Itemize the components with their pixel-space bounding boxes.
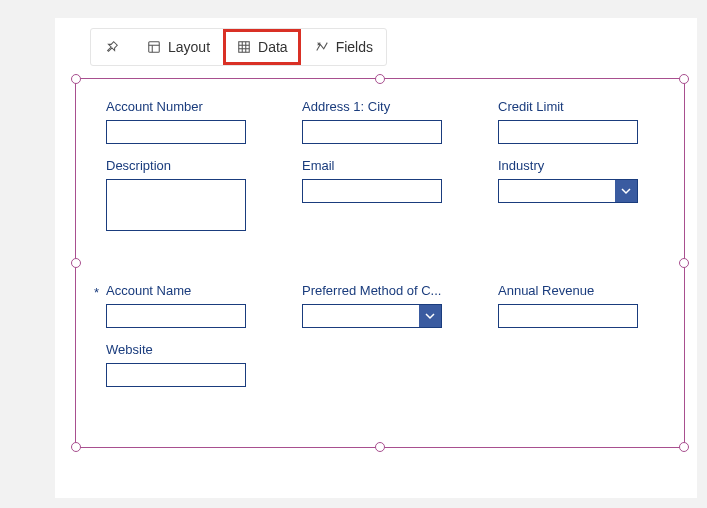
input-description[interactable]: [106, 179, 246, 231]
pin-icon: [104, 39, 120, 55]
fields-tab[interactable]: Fields: [301, 29, 386, 65]
field-account-name[interactable]: * Account Name: [106, 283, 272, 328]
chevron-down-icon: [419, 305, 441, 327]
context-toolbar: Layout Data Fields: [90, 28, 387, 66]
field-description[interactable]: Description: [106, 158, 272, 231]
data-tab[interactable]: Data: [223, 29, 301, 65]
label-annual-revenue: Annual Revenue: [498, 283, 664, 298]
field-annual-revenue[interactable]: Annual Revenue: [498, 283, 664, 328]
field-credit-limit[interactable]: Credit Limit: [498, 99, 664, 144]
grid-icon: [236, 39, 252, 55]
input-annual-revenue[interactable]: [498, 304, 638, 328]
select-industry[interactable]: [498, 179, 638, 203]
label-credit-limit: Credit Limit: [498, 99, 664, 114]
section-gap: [106, 245, 664, 269]
label-website: Website: [106, 342, 272, 357]
input-email[interactable]: [302, 179, 442, 203]
fields-tab-label: Fields: [336, 39, 373, 55]
input-account-name[interactable]: [106, 304, 246, 328]
input-credit-limit[interactable]: [498, 120, 638, 144]
field-email[interactable]: Email: [302, 158, 468, 231]
field-preferred-method[interactable]: Preferred Method of C...: [302, 283, 468, 328]
svg-rect-3: [239, 42, 250, 53]
resize-handle-br[interactable]: [679, 442, 689, 452]
field-industry[interactable]: Industry: [498, 158, 664, 231]
field-website[interactable]: Website: [106, 342, 272, 387]
chevron-down-icon: [615, 180, 637, 202]
pin-button[interactable]: [91, 29, 133, 65]
label-preferred-method: Preferred Method of C...: [302, 283, 468, 298]
label-description: Description: [106, 158, 272, 173]
data-tab-label: Data: [258, 39, 288, 55]
svg-rect-0: [149, 42, 160, 53]
fields-icon: [314, 39, 330, 55]
layout-tab[interactable]: Layout: [133, 29, 223, 65]
resize-handle-bm[interactable]: [375, 442, 385, 452]
required-marker: *: [94, 285, 99, 300]
form-grid: Account Number Address 1: City Credit Li…: [76, 79, 684, 397]
field-account-number[interactable]: Account Number: [106, 99, 272, 144]
label-account-number: Account Number: [106, 99, 272, 114]
layout-tab-label: Layout: [168, 39, 210, 55]
form-selection[interactable]: Account Number Address 1: City Credit Li…: [75, 78, 685, 448]
label-industry: Industry: [498, 158, 664, 173]
input-account-number[interactable]: [106, 120, 246, 144]
input-address-city[interactable]: [302, 120, 442, 144]
resize-handle-bl[interactable]: [71, 442, 81, 452]
select-preferred-method[interactable]: [302, 304, 442, 328]
canvas-area: Layout Data Fields: [55, 18, 697, 498]
label-account-name: Account Name: [106, 283, 272, 298]
label-address-city: Address 1: City: [302, 99, 468, 114]
layout-icon: [146, 39, 162, 55]
field-address-city[interactable]: Address 1: City: [302, 99, 468, 144]
label-email: Email: [302, 158, 468, 173]
input-website[interactable]: [106, 363, 246, 387]
